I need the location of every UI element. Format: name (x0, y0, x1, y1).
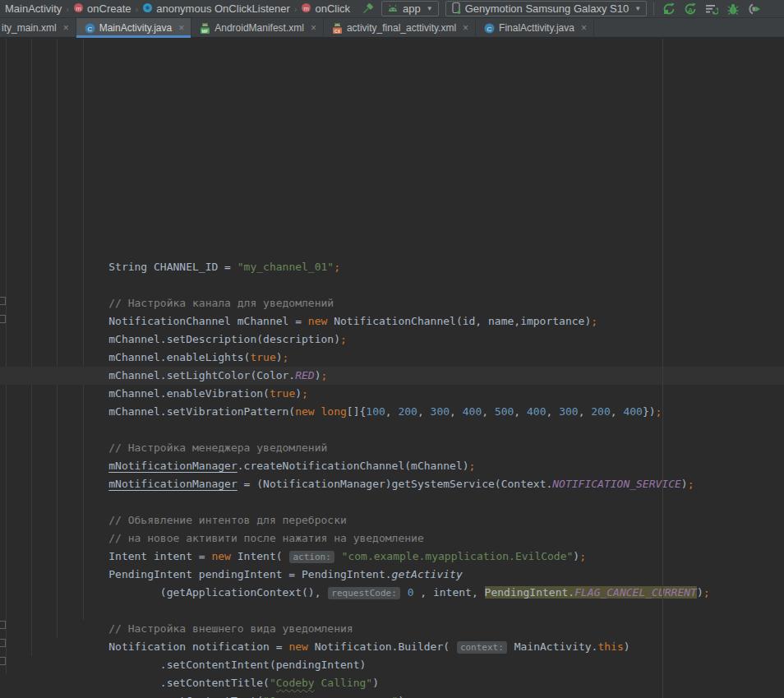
breadcrumb-label: onCreate (87, 2, 131, 15)
breadcrumb-separator: › (63, 4, 71, 14)
breadcrumb-item[interactable]: anonymous OnClickListener (141, 2, 292, 16)
code-line[interactable]: // на новое активити после нажатия на ув… (0, 529, 784, 548)
device-select[interactable]: Genymotion Samsung Galaxy S10 ▼ (445, 1, 647, 16)
code-line[interactable]: mChannel.setDescription(description); (0, 331, 784, 349)
tab-label: MainActivity.java (99, 22, 172, 34)
fold-marker[interactable] (0, 621, 6, 629)
java-class-icon: C (484, 23, 495, 34)
svg-text:A: A (688, 6, 694, 14)
editor-tab-bar: ity_main.xml×CMainActivity.java×MFAndroi… (0, 18, 784, 38)
java-class-icon: C (85, 23, 95, 34)
code-line[interactable]: // Обьявление интентов для переброски (0, 511, 784, 529)
svg-text:CX: CX (334, 28, 341, 33)
build-hammer-icon[interactable] (360, 2, 375, 16)
breadcrumb: MainActivity›monCreate›anonymous OnClick… (0, 0, 352, 18)
editor[interactable]: String CHANNEL_ID = "my_channel_01"; // … (0, 39, 784, 698)
fold-marker[interactable] (0, 639, 6, 647)
code-line[interactable]: .setContentTitle("Codeby Calling") (0, 674, 784, 692)
breadcrumb-separator: › (292, 4, 300, 14)
phone-icon (451, 2, 461, 16)
svg-text:m: m (76, 4, 81, 12)
chevron-down-icon: ▼ (634, 5, 641, 12)
apply-changes-icon[interactable] (662, 2, 676, 16)
apply-code-changes-icon[interactable]: A (684, 2, 697, 16)
code-line[interactable]: Notification notification = new Notifica… (0, 638, 784, 656)
layout-xml-icon: CX (332, 22, 343, 35)
breadcrumb-item[interactable]: monClick (299, 2, 352, 16)
method-icon: m (301, 2, 311, 16)
code-line[interactable] (0, 602, 784, 620)
code-line[interactable]: PendingIntent pendingIntent = PendingInt… (0, 566, 784, 584)
code-line[interactable]: String CHANNEL_ID = "my_channel_01"; (0, 258, 784, 276)
attach-debugger-icon[interactable] (748, 2, 761, 16)
svg-text:C: C (87, 25, 92, 32)
breadcrumb-item[interactable]: MainActivity (3, 2, 63, 15)
breadcrumb-label: onClick (315, 2, 350, 15)
tab-AndroidManifest.xml[interactable]: MFAndroidManifest.xml× (191, 18, 324, 38)
code-line[interactable] (0, 421, 784, 439)
code-line[interactable]: mChannel.setVibrationPattern(new long[]{… (0, 403, 784, 421)
toolbar-separator (653, 2, 654, 16)
code-line[interactable]: mChannel.enableVibration(true); (0, 385, 784, 403)
right-margin-line (662, 39, 663, 698)
fold-marker[interactable] (0, 315, 6, 323)
fold-marker[interactable] (0, 297, 6, 305)
svg-text:MF: MF (202, 28, 210, 33)
code-line[interactable]: NotificationChannel mChannel = new Notif… (0, 312, 784, 331)
code-line[interactable]: (getApplicationContext(), requestCode: 0… (0, 584, 784, 602)
close-icon[interactable]: × (463, 23, 468, 33)
code-line[interactable]: .setContentText("Открыть уведомление") (0, 692, 784, 698)
code-line[interactable] (0, 493, 784, 511)
tab-MainActivity.java[interactable]: CMainActivity.java× (76, 18, 192, 38)
tab-label: AndroidManifest.xml (214, 22, 304, 34)
manifest-icon: MF (200, 22, 210, 35)
debug-icon[interactable] (726, 2, 740, 16)
breadcrumb-separator: › (133, 4, 141, 14)
tab-label: ity_main.xml (2, 22, 57, 34)
anon-class-icon (142, 2, 153, 16)
method-icon: m (73, 2, 84, 16)
code-line[interactable]: mNotificationManager = (NotificationMana… (0, 475, 784, 493)
breadcrumb-label: MainActivity (5, 2, 62, 15)
code-line[interactable]: mChannel.setLightColor(Color.RED); (0, 367, 784, 385)
breadcrumb-label: anonymous OnClickListener (156, 2, 290, 15)
run-tasks-icon[interactable] (705, 2, 718, 16)
code-line[interactable] (0, 276, 784, 294)
close-icon[interactable]: × (178, 23, 184, 33)
tab-label: FinalActtivity.java (499, 22, 574, 34)
fold-marker[interactable] (0, 657, 6, 665)
code-area[interactable]: String CHANNEL_ID = "my_channel_01"; // … (0, 258, 784, 698)
run-config-select[interactable]: app ▼ (381, 1, 439, 16)
close-icon[interactable]: × (63, 23, 69, 33)
code-line[interactable]: Intent intent = new Intent( action: "com… (0, 548, 784, 566)
main-toolbar: MainActivity›monCreate›anonymous OnClick… (0, 0, 784, 18)
close-icon[interactable]: × (311, 23, 316, 33)
close-icon[interactable]: × (581, 23, 587, 33)
run-config-label: app (403, 2, 421, 15)
code-line[interactable]: // Настройка внешнего вида уведомления (0, 620, 784, 638)
breadcrumb-item[interactable]: monCreate (71, 2, 132, 16)
svg-text:C: C (487, 25, 492, 32)
tab-activity_final_acttivity.xml[interactable]: CXactivity_final_acttivity.xml× (324, 18, 476, 38)
android-icon (387, 2, 399, 15)
code-line[interactable]: // Настройка канала для уведомлений (0, 294, 784, 312)
code-line[interactable]: mChannel.enableLights(true); (0, 349, 784, 367)
chevron-down-icon: ▼ (427, 5, 433, 12)
tab-label: activity_final_acttivity.xml (347, 22, 456, 34)
code-line[interactable]: .setContentIntent(pendingIntent) (0, 656, 784, 674)
code-line[interactable]: // Настройка менеджера уведомлений (0, 439, 784, 457)
svg-text:m: m (304, 4, 310, 12)
toolbar-actions: A (662, 2, 761, 16)
device-label: Genymotion Samsung Galaxy S10 (465, 2, 629, 15)
code-line[interactable]: mNotificationManager.createNotificationC… (0, 457, 784, 475)
tab-FinalActtivity.java[interactable]: CFinalActtivity.java× (476, 18, 594, 38)
tab-ity_main.xml[interactable]: ity_main.xml× (0, 18, 76, 38)
